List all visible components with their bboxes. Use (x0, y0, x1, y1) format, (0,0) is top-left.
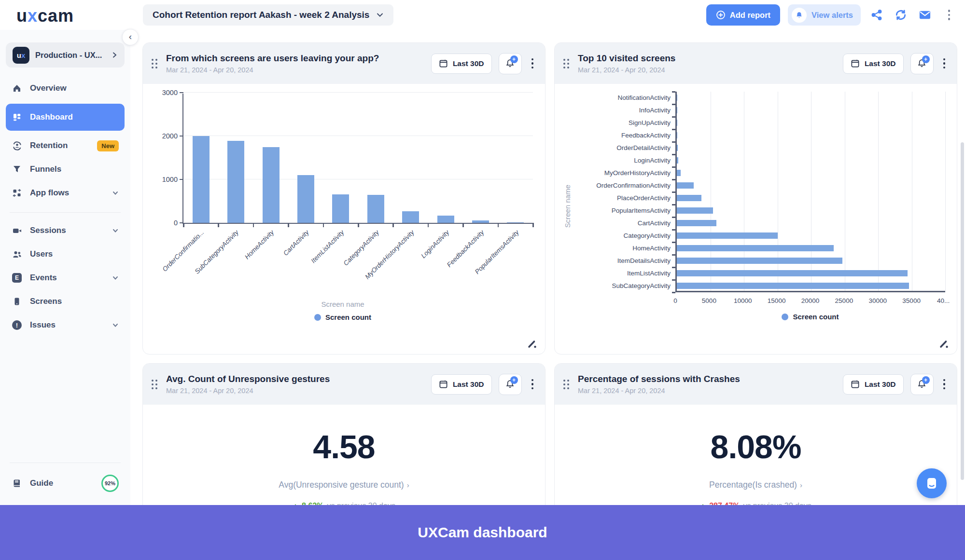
alert-bell-button[interactable]: + (910, 374, 934, 395)
y-category-label: SubCategoryActivity (573, 280, 675, 292)
x-tick-label: 40... (937, 297, 950, 304)
y-category-label: ItemDetailsActivity (573, 255, 675, 267)
y-category-label: HomeActivity (573, 242, 675, 255)
banner-title: UXCam dashboard (418, 524, 547, 541)
report-selector-label: Cohort Retention report Aakash - week 2 … (153, 10, 369, 20)
home-icon (12, 83, 22, 94)
card-date-range: Mar 21, 2024 - Apr 20, 2024 (166, 387, 424, 395)
chevron-down-icon (376, 11, 384, 19)
y-category-label: SignUpActivity (573, 117, 675, 129)
x-tick-label: 0 (673, 297, 677, 304)
sidebar-item-events[interactable]: E Events (6, 267, 125, 289)
sidebar-divider (10, 463, 121, 463)
date-range-button[interactable]: Last 30D (431, 54, 492, 74)
drag-handle-icon[interactable] (150, 57, 159, 70)
y-category-label: ItemListActivity (573, 267, 675, 280)
x-tick-label: 20000 (801, 297, 820, 304)
y-tick-label: 1000 (154, 176, 178, 183)
events-icon: E (12, 273, 22, 283)
add-report-button[interactable]: Add report (706, 4, 780, 26)
sidebar-item-funnels[interactable]: Funnels (6, 158, 125, 180)
legend-dot (314, 314, 321, 321)
x-category-label: FeedbackActivity (446, 229, 486, 269)
bar (437, 216, 454, 223)
chat-icon (924, 476, 939, 491)
project-label: Production - UX... (35, 51, 105, 60)
sidebar: ux Production - UX... Overview Dashboard (0, 30, 130, 560)
metric-body: 4.58 Avg(Unresponsive gesture count)› 8.… (143, 405, 545, 510)
more-options-icon[interactable] (941, 7, 957, 23)
sidebar-item-issues[interactable]: ! Issues (6, 314, 125, 336)
dashboard-icon (12, 112, 22, 123)
card-menu-icon[interactable] (529, 55, 537, 72)
share-icon[interactable] (868, 7, 885, 23)
card-menu-icon[interactable] (940, 376, 949, 393)
guide-icon (12, 478, 22, 489)
refresh-icon[interactable] (893, 7, 909, 23)
sidebar-item-guide[interactable]: Guide 92% (6, 470, 125, 497)
card-title: Top 10 visited screens (578, 53, 836, 64)
alert-bell-button[interactable]: + (499, 53, 522, 74)
exit-screens-chart: 0100020003000 OrderConfirmatio...SubCate… (143, 84, 545, 321)
metric-value: 4.58 (313, 428, 375, 465)
sessions-icon (12, 225, 22, 236)
bell-plus-badge: + (510, 376, 518, 384)
metric-drilldown-link[interactable]: Avg(Unresponsive gesture count)› (279, 480, 409, 490)
view-alerts-button[interactable]: View alerts (788, 4, 861, 26)
bar (677, 95, 677, 101)
y-category-label: PlaceOrderActivity (573, 192, 675, 205)
metric-value: 8.08% (711, 428, 801, 465)
edit-resize-icon[interactable] (938, 339, 949, 349)
report-selector[interactable]: Cohort Retention report Aakash - week 2 … (143, 4, 393, 26)
date-range-button[interactable]: Last 30D (431, 374, 492, 395)
bar (472, 220, 489, 223)
sidebar-item-sessions[interactable]: Sessions (6, 219, 125, 242)
edit-resize-icon[interactable] (527, 339, 537, 349)
bar (677, 120, 677, 126)
chevron-down-icon (112, 322, 119, 328)
date-range-button[interactable]: Last 30D (843, 374, 904, 395)
new-badge: New (97, 140, 119, 151)
sidebar-item-dashboard[interactable]: Dashboard (6, 104, 125, 131)
card-date-range: Mar 21, 2024 - Apr 20, 2024 (578, 66, 836, 74)
sidebar-nav: Overview Dashboard Retention New (6, 77, 125, 338)
y-category-label: FeedbackActivity (573, 129, 675, 142)
metric-drilldown-link[interactable]: Percentage(Is crashed)› (709, 480, 802, 490)
drag-handle-icon[interactable] (561, 57, 571, 70)
card-menu-icon[interactable] (529, 376, 537, 393)
sidebar-item-app-flows[interactable]: App flows (6, 182, 125, 204)
sidebar-item-screens[interactable]: Screens (6, 290, 125, 313)
sidebar-item-users[interactable]: Users (6, 243, 125, 265)
plus-circle-icon (716, 10, 726, 20)
chevron-down-icon (112, 190, 119, 196)
calendar-icon (439, 59, 448, 68)
project-selector[interactable]: ux Production - UX... (6, 42, 125, 68)
bar (677, 283, 909, 289)
y-category-label: MyOrderHistoryActivity (573, 167, 675, 179)
mail-icon[interactable] (917, 7, 933, 23)
sidebar-collapse-button[interactable]: ‹ (122, 29, 139, 45)
alert-bell-button[interactable]: + (910, 53, 934, 74)
guide-progress-ring: 92% (101, 475, 119, 492)
card-menu-icon[interactable] (940, 55, 949, 72)
alert-bell-button[interactable]: + (499, 374, 522, 395)
users-icon (12, 249, 22, 260)
bar (677, 258, 842, 264)
x-tick-label: 25000 (835, 297, 853, 304)
drag-handle-icon[interactable] (150, 378, 159, 391)
x-category-label: CartActivity (282, 229, 310, 257)
bar (677, 245, 834, 251)
sidebar-item-overview[interactable]: Overview (6, 77, 125, 99)
scrollbar-thumb[interactable] (961, 142, 964, 480)
date-range-button[interactable]: Last 30D (843, 54, 904, 74)
y-category-label: NotificationActivity (573, 92, 675, 104)
bar (677, 145, 678, 151)
sidebar-item-retention[interactable]: Retention New (6, 135, 125, 157)
y-category-label: InfoActivity (573, 104, 675, 117)
bar (507, 222, 524, 223)
top-screens-chart: Screen name NotificationActivityInfoActi… (555, 84, 957, 321)
chat-widget-button[interactable] (917, 468, 947, 498)
bar (297, 175, 314, 223)
drag-handle-icon[interactable] (561, 378, 571, 391)
card-title: From which screens are users leaving you… (166, 53, 424, 64)
